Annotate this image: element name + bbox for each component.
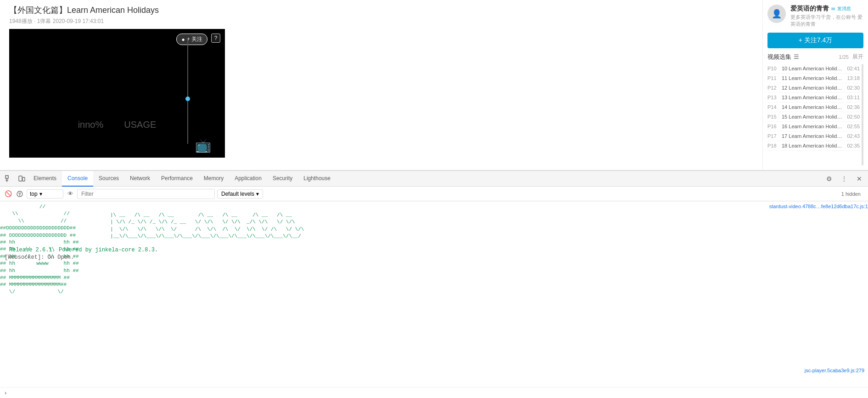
author-desc: 更多英语学习干货，在公称号 爱英语的青青 bbox=[790, 14, 863, 28]
playlist-item[interactable]: P18 18 Learn American Holidays memori...… bbox=[767, 141, 860, 151]
device-toolbar-icon[interactable] bbox=[15, 171, 28, 187]
playlist-item[interactable]: P14 14 Learn American Holidays hanukk...… bbox=[767, 102, 860, 112]
clear-console-icon[interactable]: 🚫 bbox=[4, 189, 13, 199]
help-icon[interactable]: ? bbox=[211, 34, 220, 43]
devtools-tab-lighthouse[interactable]: Lighthouse bbox=[298, 171, 336, 187]
progress-dot bbox=[185, 97, 190, 101]
devtools-panel: ElementsConsoleSourcesNetworkPerformance… bbox=[0, 170, 868, 398]
playlist-title: 视频选集 ☰ bbox=[767, 53, 799, 61]
video-player[interactable]: ● + 关注 ? inno% USAGE 📺 bbox=[9, 29, 225, 158]
inspect-element-icon[interactable] bbox=[2, 171, 15, 187]
author-section: 👤 爱英语的青青 ✉ 发消息 更多英语学习干货，在公称号 爱英语的青青 bbox=[767, 5, 863, 28]
video-watermark: inno% USAGE bbox=[78, 119, 157, 130]
filter-input[interactable] bbox=[77, 189, 215, 199]
settings-icon[interactable]: ⚙ bbox=[823, 172, 835, 185]
right-sidebar: 👤 爱英语的青青 ✉ 发消息 更多英语学习干货，在公称号 爱英语的青青 + 关注… bbox=[762, 0, 868, 170]
eye-icon[interactable]: 👁 bbox=[66, 189, 75, 199]
playlist-item[interactable]: P17 17 Learn American Holidays martin l.… bbox=[767, 131, 860, 141]
follow-button[interactable]: + 关注7.4万 bbox=[767, 33, 863, 48]
avatar: 👤 bbox=[767, 5, 786, 23]
console-toolbar: 🚫 top ▾ 👁 Default levels ▾ 1 hidden bbox=[0, 187, 868, 201]
devtools-tab-console[interactable]: Console bbox=[62, 171, 93, 187]
source-link-2[interactable]: jsc-player.5caba3e9.js:279 bbox=[805, 368, 864, 373]
console-input[interactable] bbox=[9, 390, 863, 396]
ascii-art-right: |\ __ /\ __ /\ __ /\ __ /\ __ /\ __ /\ _… bbox=[110, 212, 769, 240]
source-link-1[interactable]: stardust-video.4788c…fe8e12d6dba17c.js:1 bbox=[769, 204, 868, 209]
console-prompt: › bbox=[5, 389, 6, 396]
devtools-tab-application[interactable]: Application bbox=[229, 171, 267, 187]
hidden-count-badge: 1 hidden bbox=[841, 191, 861, 197]
filter-icon[interactable] bbox=[15, 189, 24, 199]
video-title: 【外国文化篇】Learn American Holidays bbox=[9, 5, 753, 16]
devtools-tab-performance[interactable]: Performance bbox=[156, 171, 198, 187]
playlist-item[interactable]: P16 16 Learn American Holidays labor d..… bbox=[767, 122, 860, 131]
playlist-header: 视频选集 ☰ 1/25 展开 bbox=[767, 53, 863, 61]
more-tools-icon[interactable]: ⋮ bbox=[838, 172, 851, 185]
follow-small-button[interactable]: ● + 关注 bbox=[176, 34, 207, 45]
video-section: 【外国文化篇】Learn American Holidays 1948播放 · … bbox=[0, 0, 762, 170]
message-label[interactable]: 发消息 bbox=[837, 6, 851, 12]
devtools-tabs: ElementsConsoleSourcesNetworkPerformance… bbox=[0, 171, 868, 187]
levels-select[interactable]: Default levels ▾ bbox=[217, 189, 263, 199]
svg-rect-4 bbox=[22, 177, 25, 181]
playlist-item[interactable]: P12 12 Learn American Holidays ground...… bbox=[767, 83, 860, 93]
playlist-item[interactable]: P10 10 Learn American Holidays father s.… bbox=[767, 64, 860, 74]
close-devtools-icon[interactable]: ✕ bbox=[853, 172, 866, 185]
playlist-view-icon[interactable]: ☰ bbox=[794, 53, 799, 60]
playlist-item[interactable]: P15 15 Learn American Holidays kwanza...… bbox=[767, 112, 860, 122]
console-output: // \\ // \\ // ##DDDDDDDDDDDDDDDDDDDDD##… bbox=[0, 201, 868, 387]
devtools-tab-elements[interactable]: Elements bbox=[28, 171, 62, 187]
playlist-item[interactable]: P11 11 Learn American Holidays fourth of… bbox=[767, 74, 860, 83]
right-links-panel: stardust-video.4788c…fe8e12d6dba17c.js:1… bbox=[769, 201, 868, 387]
playlist-scrollbar[interactable] bbox=[862, 64, 863, 165]
author-badge[interactable]: ✉ bbox=[831, 6, 835, 11]
author-info: 爱英语的青青 ✉ 发消息 更多英语学习干货，在公称号 爱英语的青青 bbox=[790, 5, 863, 28]
tv-icon[interactable]: 📺 bbox=[195, 138, 211, 153]
expand-button[interactable]: 展开 bbox=[852, 53, 863, 61]
context-select[interactable]: top ▾ bbox=[27, 189, 63, 199]
author-name: 爱英语的青青 bbox=[790, 5, 829, 13]
svg-rect-3 bbox=[19, 176, 22, 181]
devtools-tab-network[interactable]: Network bbox=[124, 171, 156, 187]
devtools-tab-security[interactable]: Security bbox=[267, 171, 298, 187]
video-progress-bar[interactable] bbox=[187, 38, 188, 144]
websocket-message: [Websocket]: On Open. bbox=[0, 253, 769, 262]
console-left-panel: // \\ // \\ // ##DDDDDDDDDDDDDDDDDDDDD##… bbox=[0, 201, 769, 387]
playlist-item[interactable]: P13 13 Learn American Holidays hallowe..… bbox=[767, 93, 860, 102]
console-input-row: › bbox=[0, 387, 868, 398]
devtools-tab-sources[interactable]: Sources bbox=[93, 171, 124, 187]
playlist-count: 1/25 bbox=[839, 54, 849, 60]
release-text: Release 2.6.1. Powered by jinkela-core 2… bbox=[5, 246, 162, 254]
video-meta: 1948播放 · 1弹幕 2020-09-19 17:43:01 bbox=[9, 17, 753, 25]
playlist-items: P10 10 Learn American Holidays father s.… bbox=[767, 64, 860, 165]
svg-rect-0 bbox=[6, 176, 8, 178]
devtools-tab-memory[interactable]: Memory bbox=[198, 171, 229, 187]
